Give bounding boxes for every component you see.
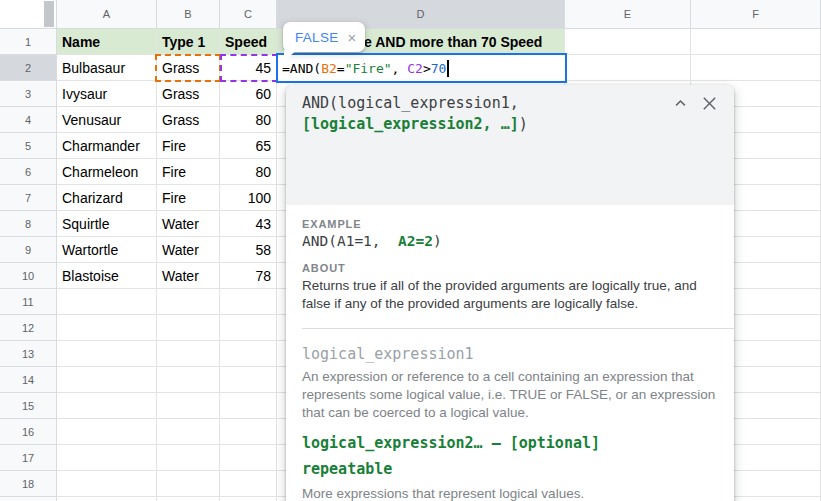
cell-F1[interactable] xyxy=(691,29,821,55)
cell-B10[interactable]: Water xyxy=(157,263,220,289)
cell-E2[interactable] xyxy=(565,55,691,81)
cell-B8[interactable]: Water xyxy=(157,211,220,237)
cell-C14[interactable] xyxy=(220,367,277,393)
row-header-17[interactable]: 17 xyxy=(0,445,57,471)
cell-C11[interactable] xyxy=(220,289,277,315)
example-label: EXAMPLE xyxy=(302,218,718,230)
close-icon[interactable] xyxy=(701,95,718,112)
cell-A15[interactable] xyxy=(57,393,157,419)
cell-B6[interactable]: Fire xyxy=(157,159,220,185)
row-header-10[interactable]: 10 xyxy=(0,263,57,289)
row-header-1[interactable]: 1 xyxy=(0,29,57,55)
row-header-3[interactable]: 3 xyxy=(0,81,57,107)
param1-description: An expression or reference to a cell con… xyxy=(302,368,718,422)
row-header-15[interactable]: 15 xyxy=(0,393,57,419)
cell-B15[interactable] xyxy=(157,393,220,419)
cell-B2[interactable]: Grass xyxy=(157,55,220,81)
cell-A6[interactable]: Charmeleon xyxy=(57,159,157,185)
row-header-9[interactable]: 9 xyxy=(0,237,57,263)
cell-B17[interactable] xyxy=(157,445,220,471)
cell-B7[interactable]: Fire xyxy=(157,185,220,211)
column-header-B[interactable]: B xyxy=(157,0,220,29)
example-code: AND(A1=1, A2=2) xyxy=(302,233,718,249)
cell-A4[interactable]: Venusaur xyxy=(57,107,157,133)
cell-A5[interactable]: Charmander xyxy=(57,133,157,159)
row-header-18[interactable]: 18 xyxy=(0,471,57,497)
cell-A19[interactable] xyxy=(57,497,157,501)
cell-A16[interactable] xyxy=(57,419,157,445)
popup-body: EXAMPLE AND(A1=1, A2=2) ABOUT Returns tr… xyxy=(286,205,734,501)
close-icon[interactable]: × xyxy=(348,30,357,45)
formula-edit-cell[interactable]: =AND(B2="Fire", C2>70 xyxy=(276,53,567,83)
cell-A11[interactable] xyxy=(57,289,157,315)
cell-B18[interactable] xyxy=(157,471,220,497)
cell-C4[interactable]: 80 xyxy=(220,107,277,133)
column-header-F[interactable]: F xyxy=(691,0,821,29)
formula-token: "Fire" xyxy=(345,61,392,76)
cell-B9[interactable]: Water xyxy=(157,237,220,263)
collapse-chevron-up-icon[interactable] xyxy=(673,96,688,111)
column-header-E[interactable]: E xyxy=(565,0,691,29)
column-header-A[interactable]: A xyxy=(57,0,157,29)
cell-C3[interactable]: 60 xyxy=(220,81,277,107)
cell-C1[interactable]: Speed xyxy=(220,29,277,55)
cell-B11[interactable] xyxy=(157,289,220,315)
row-header-13[interactable]: 13 xyxy=(0,341,57,367)
cell-A9[interactable]: Wartortle xyxy=(57,237,157,263)
row-header-8[interactable]: 8 xyxy=(0,211,57,237)
row-header-2[interactable]: 2 xyxy=(0,55,57,81)
cell-B1[interactable]: Type 1 xyxy=(157,29,220,55)
cell-B3[interactable]: Grass xyxy=(157,81,220,107)
cell-A18[interactable] xyxy=(57,471,157,497)
cell-B4[interactable]: Grass xyxy=(157,107,220,133)
param2-repeatable-tag: repeatable xyxy=(302,460,718,478)
cell-A8[interactable]: Squirtle xyxy=(57,211,157,237)
cell-C12[interactable] xyxy=(220,315,277,341)
cell-C15[interactable] xyxy=(220,393,277,419)
cell-B14[interactable] xyxy=(157,367,220,393)
cell-B5[interactable]: Fire xyxy=(157,133,220,159)
spreadsheet-screen: NameType 1Speede AND more than 70 SpeedB… xyxy=(0,0,821,501)
cell-C13[interactable] xyxy=(220,341,277,367)
row-header-14[interactable]: 14 xyxy=(0,367,57,393)
row-header-11[interactable]: 11 xyxy=(0,289,57,315)
cell-A7[interactable]: Charizard xyxy=(57,185,157,211)
cell-C10[interactable]: 78 xyxy=(220,263,277,289)
row-header-19[interactable] xyxy=(0,497,57,501)
cell-B19[interactable] xyxy=(157,497,220,501)
cell-A10[interactable]: Blastoise xyxy=(57,263,157,289)
cell-B16[interactable] xyxy=(157,419,220,445)
cell-C16[interactable] xyxy=(220,419,277,445)
popup-controls xyxy=(673,95,718,112)
chip-tail xyxy=(284,50,297,61)
cell-A1[interactable]: Name xyxy=(57,29,157,55)
cell-C9[interactable]: 58 xyxy=(220,237,277,263)
cell-F2[interactable] xyxy=(691,55,821,81)
cell-C7[interactable]: 100 xyxy=(220,185,277,211)
row-header-12[interactable]: 12 xyxy=(0,315,57,341)
row-header-4[interactable]: 4 xyxy=(0,107,57,133)
select-all-corner[interactable] xyxy=(0,0,57,29)
cell-B12[interactable] xyxy=(157,315,220,341)
cell-A12[interactable] xyxy=(57,315,157,341)
cell-C8[interactable]: 43 xyxy=(220,211,277,237)
cell-C5[interactable]: 65 xyxy=(220,133,277,159)
column-header-C[interactable]: C xyxy=(220,0,277,29)
cell-E1[interactable] xyxy=(565,29,691,55)
row-header-5[interactable]: 5 xyxy=(0,133,57,159)
cell-A2[interactable]: Bulbasaur xyxy=(57,55,157,81)
row-header-16[interactable]: 16 xyxy=(0,419,57,445)
cell-C2[interactable]: 45 xyxy=(220,55,277,81)
cell-A17[interactable] xyxy=(57,445,157,471)
cell-C19[interactable] xyxy=(220,497,277,501)
cell-C18[interactable] xyxy=(220,471,277,497)
cell-A13[interactable] xyxy=(57,341,157,367)
cell-C6[interactable]: 80 xyxy=(220,159,277,185)
cell-A3[interactable]: Ivysaur xyxy=(57,81,157,107)
cell-C17[interactable] xyxy=(220,445,277,471)
row-header-6[interactable]: 6 xyxy=(0,159,57,185)
cell-B13[interactable] xyxy=(157,341,220,367)
row-header-7[interactable]: 7 xyxy=(0,185,57,211)
cell-A14[interactable] xyxy=(57,367,157,393)
formula-token: =AND( xyxy=(282,61,321,76)
